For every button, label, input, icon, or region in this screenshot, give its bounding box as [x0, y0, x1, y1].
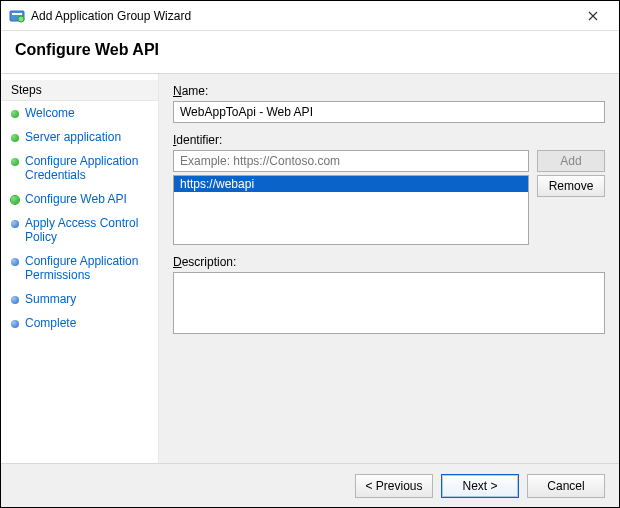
- next-button[interactable]: Next >: [441, 474, 519, 498]
- step-label: Apply Access Control Policy: [25, 216, 148, 244]
- window-title: Add Application Group Wizard: [31, 9, 575, 23]
- remove-button[interactable]: Remove: [537, 175, 605, 197]
- step-label: Welcome: [25, 106, 75, 120]
- step-bullet-icon: [11, 220, 19, 228]
- step-bullet-icon: [11, 110, 19, 118]
- wizard-footer: < Previous Next > Cancel: [1, 463, 619, 507]
- step-bullet-icon: [11, 296, 19, 304]
- wizard-step[interactable]: Server application: [1, 125, 158, 149]
- step-bullet-icon: [11, 320, 19, 328]
- add-button[interactable]: Add: [537, 150, 605, 172]
- step-label: Configure Web API: [25, 192, 127, 206]
- wizard-step[interactable]: Apply Access Control Policy: [1, 211, 158, 249]
- step-bullet-icon: [11, 258, 19, 266]
- app-icon: [9, 8, 25, 24]
- step-label: Server application: [25, 130, 121, 144]
- identifier-listbox[interactable]: https://webapi: [173, 175, 529, 245]
- cancel-button[interactable]: Cancel: [527, 474, 605, 498]
- form-area: Name: Identifier: Add https://webapi Rem…: [159, 74, 619, 463]
- steps-heading: Steps: [1, 80, 158, 101]
- wizard-step[interactable]: Configure Web API: [1, 187, 158, 211]
- wizard-step[interactable]: Summary: [1, 287, 158, 311]
- step-label: Summary: [25, 292, 76, 306]
- wizard-window: Add Application Group Wizard Configure W…: [0, 0, 620, 508]
- wizard-step[interactable]: Configure Application Credentials: [1, 149, 158, 187]
- step-bullet-icon: [11, 134, 19, 142]
- step-bullet-icon: [11, 196, 19, 204]
- wizard-step[interactable]: Welcome: [1, 101, 158, 125]
- name-label: Name:: [173, 84, 605, 98]
- step-bullet-icon: [11, 158, 19, 166]
- wizard-header: Configure Web API: [1, 31, 619, 74]
- wizard-body: Steps WelcomeServer applicationConfigure…: [1, 74, 619, 463]
- description-input[interactable]: [173, 272, 605, 334]
- step-label: Configure Application Permissions: [25, 254, 148, 282]
- steps-sidebar: Steps WelcomeServer applicationConfigure…: [1, 74, 159, 463]
- identifier-input[interactable]: [173, 150, 529, 172]
- wizard-step[interactable]: Complete: [1, 311, 158, 335]
- identifier-list-item[interactable]: https://webapi: [174, 176, 528, 192]
- previous-button[interactable]: < Previous: [355, 474, 433, 498]
- wizard-step[interactable]: Configure Application Permissions: [1, 249, 158, 287]
- page-title: Configure Web API: [15, 41, 605, 59]
- step-label: Configure Application Credentials: [25, 154, 148, 182]
- description-label: Description:: [173, 255, 605, 269]
- name-input[interactable]: [173, 101, 605, 123]
- title-bar: Add Application Group Wizard: [1, 1, 619, 31]
- close-button[interactable]: [575, 2, 611, 30]
- svg-rect-1: [12, 13, 22, 15]
- svg-point-2: [18, 16, 24, 22]
- step-label: Complete: [25, 316, 76, 330]
- identifier-label: Identifier:: [173, 133, 605, 147]
